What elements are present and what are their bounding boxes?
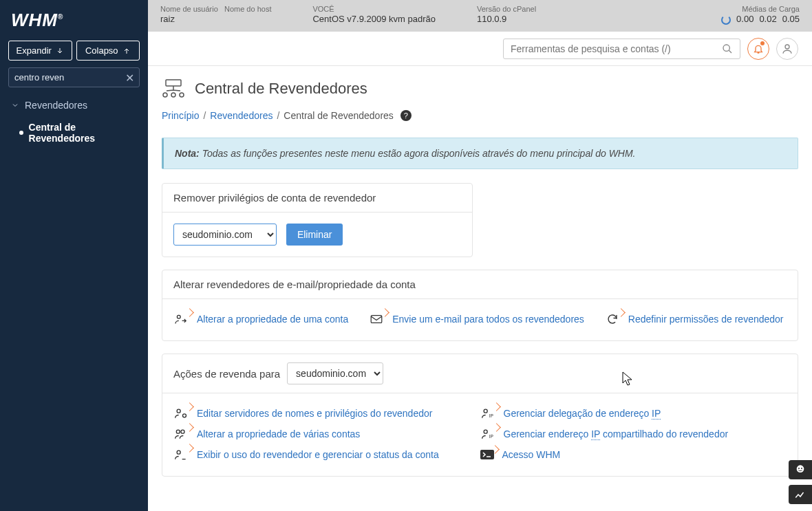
svg-point-9: [183, 414, 186, 417]
svg-point-19: [801, 468, 802, 469]
remove-privileges-panel: Remover privilégios de conta de revended…: [162, 183, 473, 257]
svg-point-1: [785, 45, 789, 49]
user-gear-icon: [173, 407, 189, 420]
topbar-username: raiz: [160, 14, 271, 25]
refresh-icon[interactable]: [721, 15, 731, 25]
svg-point-12: [176, 430, 180, 433]
collapse-button[interactable]: Colapso: [76, 41, 140, 61]
user-arrow-icon: [173, 313, 189, 325]
reseller-center-icon: [162, 78, 185, 99]
svg-point-0: [723, 45, 729, 51]
link-change-ownership[interactable]: Alterar a propriedade de uma conta: [173, 313, 348, 325]
searchbar: [148, 32, 812, 66]
global-search-input[interactable]: [511, 43, 716, 54]
link-reset-permissions[interactable]: Redefinir permissões de revendedor: [605, 313, 784, 325]
search-icon[interactable]: [722, 43, 733, 54]
change-resellers-panel: Alterar revendedores de e-mail/proprieda…: [162, 270, 798, 341]
resale-actions-select[interactable]: seudominio.com: [287, 362, 383, 384]
user-ip-shared-icon: IP: [480, 428, 495, 440]
breadcrumb-current: Central de Revendedores: [284, 110, 394, 121]
notification-dot: [760, 41, 765, 45]
page-title: Central de Revendedores: [195, 80, 367, 98]
notifications-button[interactable]: [747, 38, 769, 60]
svg-point-17: [797, 465, 804, 472]
user-icon: [781, 43, 793, 55]
arrow-up-icon: [122, 47, 131, 55]
svg-text:IP: IP: [489, 434, 493, 439]
support-stats-icon[interactable]: [789, 485, 812, 504]
svg-point-5: [180, 93, 184, 97]
bullet-icon: [19, 131, 23, 135]
mail-icon: [369, 313, 384, 325]
global-search[interactable]: [503, 39, 740, 59]
svg-rect-7: [371, 316, 382, 323]
svg-point-18: [798, 468, 800, 469]
reset-icon: [605, 313, 620, 325]
clear-icon[interactable]: ✕: [125, 72, 134, 85]
support-chat-icon[interactable]: [789, 460, 812, 479]
remove-privileges-title: Remover privilégios de conta de revended…: [162, 184, 472, 213]
link-email-all-resellers[interactable]: Envie um e-mail para todos os revendedor…: [369, 313, 584, 325]
user-status-icon: [173, 448, 189, 461]
load-avg-1: 0.00: [736, 14, 754, 25]
expand-button[interactable]: Expandir: [8, 41, 72, 61]
link-manage-ip-delegation[interactable]: IP Gerenciar delegação de endereço IP: [480, 407, 767, 420]
topbar: Nome de usuário Nome do host raiz VOCÊ C…: [148, 0, 812, 32]
load-avg-3: 0.05: [782, 14, 800, 25]
link-whm-access[interactable]: Acesso WHM: [480, 448, 767, 461]
sidebar: WHM® Expandir Colapso ✕ Revendedores Cen…: [0, 0, 148, 511]
users-arrow-icon: [173, 428, 189, 440]
breadcrumb-resellers[interactable]: Revendedores: [210, 110, 273, 121]
topbar-os-label: VOCÊ: [312, 4, 436, 14]
resale-actions-title: Ações de revenda para: [173, 368, 280, 380]
link-show-usage[interactable]: Exibir o uso do revendedor e gerenciar o…: [173, 448, 460, 461]
topbar-version-label: Versão do cPanel: [477, 4, 536, 14]
svg-text:IP: IP: [489, 413, 493, 418]
change-resellers-title: Alterar revendedores de e-mail/proprieda…: [162, 270, 798, 299]
breadcrumb-home[interactable]: Princípio: [162, 110, 199, 121]
resale-actions-panel: Ações de revenda para seudominio.com Edi…: [162, 354, 798, 477]
svg-point-4: [171, 93, 175, 97]
topbar-version-value: 110.0.9: [477, 14, 536, 25]
whm-logo[interactable]: WHM®: [0, 0, 148, 41]
arrow-down-icon: [56, 47, 64, 55]
load-avg-2: 0.02: [759, 14, 776, 25]
eliminate-button[interactable]: Eliminar: [286, 224, 343, 246]
chevron-down-icon: [11, 101, 19, 109]
svg-point-13: [181, 430, 184, 433]
nav-group-resellers[interactable]: Revendedores: [0, 94, 148, 116]
user-ip-icon: IP: [480, 407, 495, 420]
sidebar-search-input[interactable]: [8, 67, 140, 87]
svg-point-6: [177, 315, 180, 318]
svg-point-8: [177, 409, 180, 413]
notice-banner: Nota: Todas as funções presentes neste m…: [162, 138, 798, 169]
nav-item-reseller-center[interactable]: Central de Revendedores: [0, 116, 148, 149]
svg-rect-2: [166, 80, 181, 86]
help-icon[interactable]: ?: [400, 110, 412, 121]
link-manage-shared-ip[interactable]: IP Gerenciar endereço IP compartilhado d…: [480, 428, 767, 440]
account-button[interactable]: [776, 38, 798, 60]
remove-privileges-select[interactable]: seudominio.com: [173, 224, 277, 246]
link-change-multi-ownership[interactable]: Alterar a propriedade de várias contas: [173, 428, 460, 440]
svg-point-14: [484, 430, 487, 433]
svg-point-10: [484, 409, 487, 413]
topbar-load-label: Médias de Carga: [721, 4, 800, 14]
svg-point-3: [163, 93, 167, 97]
svg-point-16: [177, 450, 180, 454]
terminal-icon: [480, 450, 494, 459]
topbar-os-value: CentOS v7.9.2009 kvm padrão: [312, 14, 436, 25]
breadcrumbs: Princípio / Revendedores / Central de Re…: [162, 110, 798, 121]
topbar-user-host-label: Nome de usuário Nome do host: [160, 4, 271, 14]
link-edit-nameservers[interactable]: Editar servidores de nomes e privilégios…: [173, 407, 460, 420]
